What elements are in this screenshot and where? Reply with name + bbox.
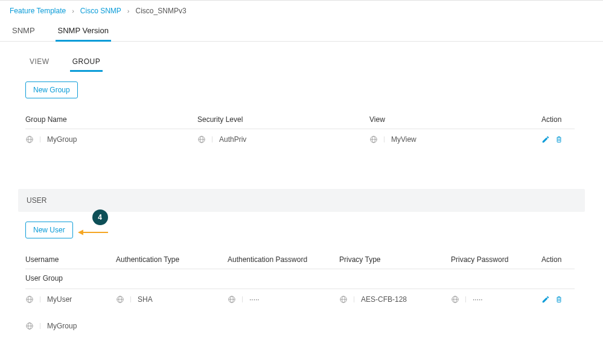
- col-username: Username: [25, 255, 116, 264]
- subtab-group[interactable]: GROUP: [70, 53, 103, 72]
- table-row: MyUser SHA ····· AES-CFB-128 ·····: [25, 289, 575, 310]
- security-level-value: AuthPriv: [219, 135, 246, 144]
- subtab-view[interactable]: VIEW: [27, 53, 52, 72]
- globe-icon: [228, 295, 236, 304]
- col-action: Action: [541, 115, 575, 124]
- tab-snmp-version[interactable]: SNMP Version: [56, 21, 111, 41]
- breadcrumb-feature-template[interactable]: Feature Template: [10, 7, 66, 15]
- globe-icon: [25, 322, 34, 330]
- globe-icon: [25, 295, 34, 304]
- privacy-type-value: AES-CFB-128: [361, 295, 407, 304]
- chevron-right-icon: ›: [127, 7, 130, 14]
- user-section-header: USER: [18, 189, 585, 212]
- auth-type-value: SHA: [138, 295, 153, 304]
- col-user-group: User Group: [25, 269, 575, 289]
- globe-icon: [369, 135, 378, 144]
- username-value: MyUser: [47, 295, 72, 304]
- main-tabs: SNMP SNMP Version: [0, 21, 603, 42]
- group-table: Group Name Security Level View Action My…: [25, 115, 575, 150]
- delete-icon[interactable]: [555, 135, 563, 144]
- edit-icon[interactable]: [541, 295, 550, 304]
- table-row: MyGroup AuthPriv MyView: [25, 129, 575, 150]
- user-table: Username Authentication Type Authenticat…: [25, 255, 575, 336]
- svg-marker-4: [78, 230, 83, 235]
- col-action: Action: [541, 255, 575, 264]
- sub-tabs: VIEW GROUP: [18, 42, 585, 72]
- delete-icon[interactable]: [555, 295, 563, 304]
- step-badge: 4: [92, 209, 108, 225]
- edit-icon[interactable]: [541, 135, 550, 144]
- col-group-name: Group Name: [25, 115, 197, 124]
- view-value: MyView: [391, 135, 416, 144]
- col-security-level: Security Level: [197, 115, 369, 124]
- globe-icon: [451, 295, 459, 304]
- col-privacy-password: Privacy Password: [451, 255, 541, 264]
- breadcrumb-current: Cisco_SNMPv3: [136, 7, 187, 15]
- group-name-value: MyGroup: [47, 135, 77, 144]
- breadcrumb: Feature Template › Cisco SNMP › Cisco_SN…: [0, 1, 603, 21]
- col-view: View: [369, 115, 541, 124]
- globe-icon: [339, 295, 348, 304]
- col-privacy-type: Privacy Type: [339, 255, 451, 264]
- privacy-password-value: ·····: [473, 295, 483, 304]
- table-row: MyGroup: [25, 316, 575, 336]
- new-group-button[interactable]: New Group: [25, 81, 78, 98]
- globe-icon: [197, 135, 206, 144]
- globe-icon: [25, 135, 34, 144]
- new-user-button[interactable]: New User: [25, 222, 73, 238]
- auth-password-value: ·····: [249, 295, 260, 304]
- col-auth-type: Authentication Type: [116, 255, 228, 264]
- breadcrumb-cisco-snmp[interactable]: Cisco SNMP: [80, 7, 121, 15]
- user-group-value: MyGroup: [47, 322, 77, 330]
- arrow-left-icon: [78, 229, 108, 236]
- col-auth-password: Authentication Password: [228, 255, 339, 264]
- tab-snmp[interactable]: SNMP: [10, 21, 37, 41]
- chevron-right-icon: ›: [72, 7, 74, 14]
- globe-icon: [116, 295, 124, 304]
